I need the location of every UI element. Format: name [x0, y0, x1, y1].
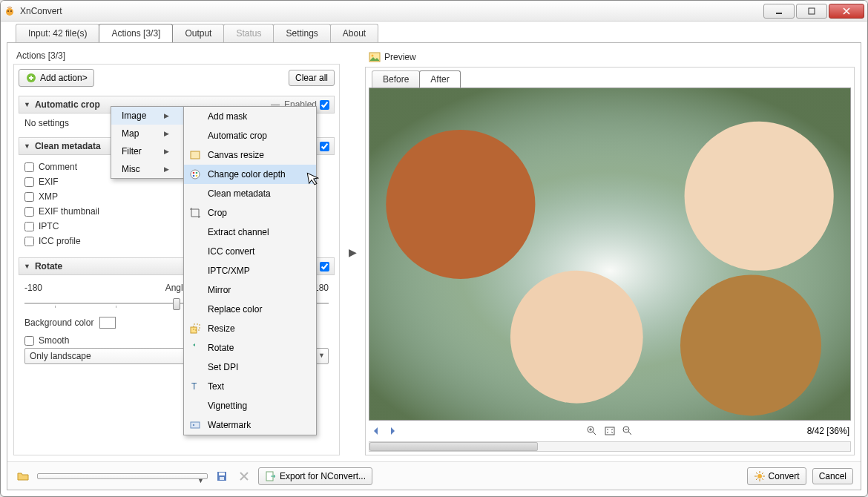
preview-image	[369, 88, 851, 421]
submenu-watermark[interactable]: Watermark	[184, 415, 316, 435]
preview-column: Preview Before After	[365, 49, 855, 455]
section-enabled-checkbox[interactable]	[320, 100, 329, 110]
svg-point-10	[193, 175, 195, 177]
next-image-button[interactable]	[387, 425, 398, 437]
menu-label: IPTC/XMP	[208, 266, 250, 276]
export-nconvert-button[interactable]: Export for NConvert...	[258, 467, 372, 485]
clean-exif-thumbnail-checkbox[interactable]	[24, 207, 34, 217]
menu-label: Rotate	[208, 343, 234, 353]
save-preset-button[interactable]	[214, 468, 230, 484]
menu-category-filter[interactable]: Filter▶	[111, 142, 184, 160]
minimize-button[interactable]	[763, 4, 795, 19]
submenu-iptc-xmp[interactable]: IPTC/XMP	[184, 261, 316, 280]
svg-rect-24	[220, 477, 224, 480]
svg-rect-4	[809, 8, 815, 14]
preview-tab-after[interactable]: After	[419, 70, 460, 88]
chevron-right-icon: ▶	[164, 165, 169, 173]
resize-icon	[189, 323, 201, 335]
preview-scrollbar[interactable]	[369, 441, 851, 452]
clean-icc-checkbox[interactable]	[24, 237, 34, 246]
smooth-checkbox[interactable]	[24, 336, 34, 346]
svg-point-26	[757, 474, 762, 478]
menu-label: Image	[122, 111, 146, 121]
submenu-clean-metadata[interactable]: Clean metadata	[184, 184, 316, 203]
submenu-change-color-depth[interactable]: Change color depth	[184, 165, 316, 184]
checkbox-label: IPTC	[39, 221, 59, 231]
svg-point-1	[7, 10, 9, 12]
submenu-add-mask[interactable]: Add mask	[184, 107, 316, 126]
menu-label: Vignetting	[208, 401, 247, 411]
zoom-out-button[interactable]	[622, 425, 634, 437]
preview-tab-before[interactable]: Before	[372, 70, 420, 88]
tab-input[interactable]: Input: 42 file(s)	[16, 24, 99, 42]
submenu-automatic-crop[interactable]: Automatic crop	[184, 126, 316, 145]
watermark-icon	[189, 419, 201, 431]
preset-combo[interactable]: ▼	[37, 473, 208, 479]
menu-label: Extract channel	[208, 227, 269, 237]
submenu-set-dpi[interactable]: Set DPI	[184, 358, 316, 377]
palette-icon	[189, 168, 201, 180]
submenu-crop[interactable]: Crop	[184, 203, 316, 223]
prev-image-button[interactable]	[370, 425, 382, 437]
submenu-extract-channel[interactable]: Extract channel	[184, 223, 316, 242]
tab-output[interactable]: Output	[172, 24, 224, 42]
add-action-button[interactable]: Add action>	[19, 69, 94, 87]
menu-label: ICC convert	[208, 246, 254, 257]
menu-category-image[interactable]: Image▶	[111, 107, 184, 125]
clear-all-label: Clear all	[295, 73, 328, 83]
chevron-right-icon: ▶	[164, 130, 169, 137]
menu-label: Set DPI	[208, 362, 238, 372]
menu-category-misc[interactable]: Misc▶	[111, 160, 184, 178]
submenu-icc-convert[interactable]: ICC convert	[184, 242, 316, 261]
delete-preset-button[interactable]	[236, 468, 252, 484]
export-icon	[265, 470, 277, 482]
scrollbar-thumb[interactable]	[369, 442, 538, 451]
cancel-button[interactable]: Cancel	[812, 468, 853, 484]
open-preset-button[interactable]	[15, 468, 31, 484]
clean-exif-checkbox[interactable]	[24, 177, 34, 187]
slider-thumb[interactable]	[173, 298, 180, 310]
chevron-down-icon: ▼	[197, 477, 204, 484]
menu-label: Replace color	[208, 304, 262, 315]
tab-status[interactable]: Status	[223, 24, 274, 42]
tab-actions[interactable]: Actions [3/3]	[99, 24, 173, 42]
clean-iptc-checkbox[interactable]	[24, 222, 34, 231]
checkbox-label: EXIF thumbnail	[39, 206, 99, 217]
section-enabled-checkbox[interactable]	[320, 142, 329, 151]
submenu-vignetting[interactable]: Vignetting	[184, 396, 316, 415]
submenu-mirror[interactable]: Mirror	[184, 280, 316, 300]
checkbox-label: XMP	[39, 191, 58, 202]
submenu-replace-color[interactable]: Replace color	[184, 300, 316, 319]
clean-comment-checkbox[interactable]	[24, 162, 34, 172]
smooth-label: Smooth	[39, 335, 69, 346]
convert-button[interactable]: Convert	[747, 467, 806, 485]
clean-xmp-checkbox[interactable]	[24, 192, 34, 202]
tab-settings[interactable]: Settings	[273, 24, 330, 42]
close-button[interactable]	[829, 4, 864, 19]
chevron-down-icon: ▼	[318, 352, 325, 359]
zoom-fit-button[interactable]	[604, 425, 616, 437]
submenu-resize[interactable]: Resize	[184, 319, 316, 338]
submenu-text[interactable]: TText	[184, 377, 316, 396]
svg-point-16	[193, 424, 194, 426]
app-window: XnConvert Input: 42 file(s) Actions [3/3…	[0, 0, 868, 497]
tab-about[interactable]: About	[330, 24, 378, 42]
picture-icon	[369, 51, 381, 63]
menu-label: Filter	[122, 146, 142, 157]
cancel-label: Cancel	[819, 471, 846, 481]
bgcolor-label: Background color	[24, 317, 93, 328]
menu-label: Text	[208, 381, 224, 392]
clear-all-button[interactable]: Clear all	[289, 70, 335, 86]
checkbox-label: Comment	[39, 162, 77, 172]
zoom-in-button[interactable]	[586, 425, 598, 437]
svg-point-0	[6, 8, 13, 16]
chevron-down-icon: ▼	[24, 101, 30, 108]
submenu-canvas-resize[interactable]: Canvas resize	[184, 145, 316, 165]
section-enabled-checkbox[interactable]	[320, 262, 329, 271]
submenu-rotate[interactable]: Rotate	[184, 338, 316, 358]
crop-icon	[189, 207, 201, 219]
actions-title: Actions [3/3]	[16, 50, 340, 61]
bgcolor-swatch[interactable]	[99, 317, 116, 329]
maximize-button[interactable]	[796, 4, 827, 19]
menu-category-map[interactable]: Map▶	[111, 125, 184, 142]
